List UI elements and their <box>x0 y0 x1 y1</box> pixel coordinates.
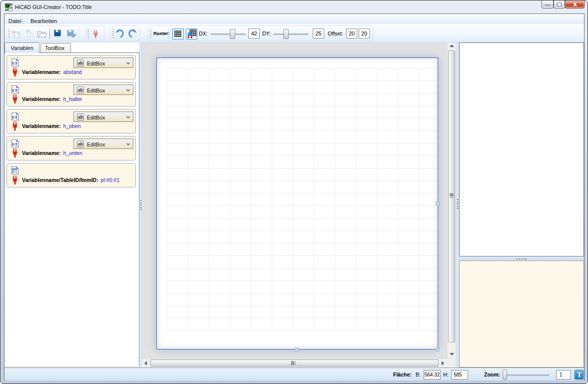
svg-text:0.5: 0.5 <box>12 142 17 146</box>
svg-text:0.5: 0.5 <box>12 61 17 66</box>
svg-text:0.5: 0.5 <box>12 115 17 120</box>
svg-text:0.5: 0.5 <box>12 88 17 92</box>
